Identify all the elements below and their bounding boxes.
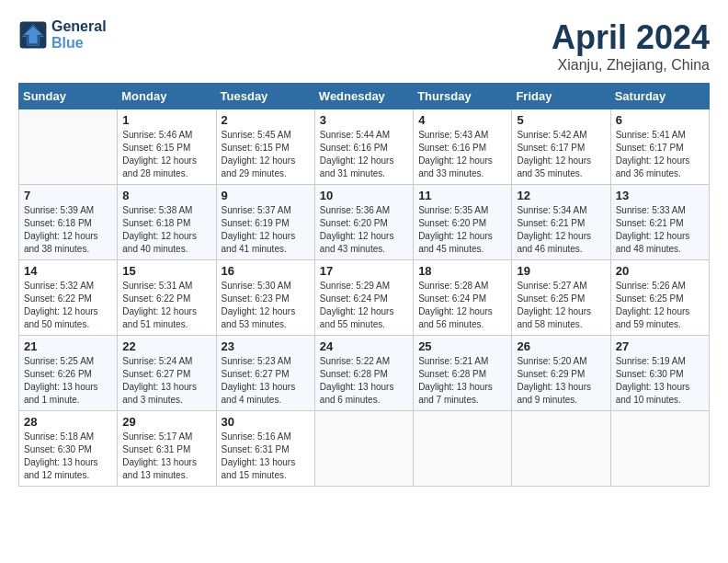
calendar-week-2: 7Sunrise: 5:39 AMSunset: 6:18 PMDaylight… — [19, 185, 710, 260]
calendar-cell: 21Sunrise: 5:25 AMSunset: 6:26 PMDayligh… — [19, 336, 118, 411]
day-info: Sunrise: 5:16 AMSunset: 6:31 PMDaylight:… — [222, 431, 310, 482]
day-info: Sunrise: 5:27 AMSunset: 6:25 PMDaylight:… — [517, 280, 605, 331]
day-info: Sunrise: 5:25 AMSunset: 6:26 PMDaylight:… — [24, 355, 112, 407]
calendar-cell: 18Sunrise: 5:28 AMSunset: 6:24 PMDayligh… — [414, 260, 512, 336]
calendar-cell — [512, 411, 610, 487]
weekday-monday: Monday — [118, 84, 216, 109]
day-info: Sunrise: 5:18 AMSunset: 6:30 PMDaylight:… — [24, 431, 112, 482]
day-number: 5 — [517, 113, 605, 127]
day-info: Sunrise: 5:37 AMSunset: 6:19 PMDaylight:… — [222, 204, 310, 256]
day-number: 18 — [418, 264, 506, 278]
calendar-table: SundayMondayTuesdayWednesdayThursdayFrid… — [18, 83, 710, 487]
month-title: April 2024 — [552, 18, 710, 57]
day-info: Sunrise: 5:31 AMSunset: 6:22 PMDaylight:… — [122, 280, 210, 331]
calendar-cell: 26Sunrise: 5:20 AMSunset: 6:29 PMDayligh… — [512, 336, 610, 411]
calendar-cell: 10Sunrise: 5:36 AMSunset: 6:20 PMDayligh… — [314, 185, 413, 260]
calendar-cell: 17Sunrise: 5:29 AMSunset: 6:24 PMDayligh… — [314, 260, 413, 336]
day-number: 30 — [222, 415, 310, 429]
calendar-cell — [414, 411, 512, 487]
calendar-cell — [610, 411, 709, 487]
day-number: 2 — [222, 113, 310, 127]
day-number: 12 — [517, 189, 605, 202]
calendar-body: 1Sunrise: 5:46 AMSunset: 6:15 PMDaylight… — [19, 109, 710, 487]
calendar-cell: 13Sunrise: 5:33 AMSunset: 6:21 PMDayligh… — [610, 185, 709, 260]
calendar-cell: 28Sunrise: 5:18 AMSunset: 6:30 PMDayligh… — [19, 411, 118, 487]
calendar-cell: 6Sunrise: 5:41 AMSunset: 6:17 PMDaylight… — [610, 109, 709, 185]
calendar-cell: 12Sunrise: 5:34 AMSunset: 6:21 PMDayligh… — [512, 185, 610, 260]
calendar-week-1: 1Sunrise: 5:46 AMSunset: 6:15 PMDaylight… — [19, 109, 710, 185]
day-number: 6 — [616, 113, 704, 127]
logo: General Blue — [18, 18, 107, 52]
day-info: Sunrise: 5:30 AMSunset: 6:23 PMDaylight:… — [222, 280, 310, 331]
day-info: Sunrise: 5:33 AMSunset: 6:21 PMDaylight:… — [616, 204, 704, 256]
day-number: 3 — [320, 113, 408, 127]
title-block: April 2024 Xianju, Zhejiang, China — [552, 18, 710, 74]
day-number: 21 — [24, 339, 112, 353]
logo-icon — [18, 20, 48, 50]
calendar-cell: 16Sunrise: 5:30 AMSunset: 6:23 PMDayligh… — [216, 260, 314, 336]
day-number: 16 — [222, 264, 310, 278]
calendar-cell: 22Sunrise: 5:24 AMSunset: 6:27 PMDayligh… — [118, 336, 216, 411]
day-number: 22 — [122, 339, 210, 353]
day-number: 28 — [24, 415, 112, 429]
weekday-sunday: Sunday — [19, 84, 118, 109]
weekday-wednesday: Wednesday — [314, 84, 413, 109]
location-title: Xianju, Zhejiang, China — [552, 57, 710, 74]
day-info: Sunrise: 5:24 AMSunset: 6:27 PMDaylight:… — [122, 355, 210, 407]
day-info: Sunrise: 5:17 AMSunset: 6:31 PMDaylight:… — [122, 431, 210, 482]
day-number: 24 — [320, 339, 408, 353]
day-info: Sunrise: 5:19 AMSunset: 6:30 PMDaylight:… — [616, 355, 704, 407]
page-header: General Blue April 2024 Xianju, Zhejiang… — [18, 18, 710, 74]
day-number: 20 — [616, 264, 704, 278]
weekday-tuesday: Tuesday — [216, 84, 314, 109]
calendar-cell: 7Sunrise: 5:39 AMSunset: 6:18 PMDaylight… — [19, 185, 118, 260]
weekday-friday: Friday — [512, 84, 610, 109]
calendar-cell: 5Sunrise: 5:42 AMSunset: 6:17 PMDaylight… — [512, 109, 610, 185]
calendar-cell: 3Sunrise: 5:44 AMSunset: 6:16 PMDaylight… — [314, 109, 413, 185]
calendar-cell — [314, 411, 413, 487]
day-info: Sunrise: 5:44 AMSunset: 6:16 PMDaylight:… — [320, 129, 408, 180]
calendar-week-5: 28Sunrise: 5:18 AMSunset: 6:30 PMDayligh… — [19, 411, 710, 487]
calendar-cell: 25Sunrise: 5:21 AMSunset: 6:28 PMDayligh… — [414, 336, 512, 411]
day-info: Sunrise: 5:29 AMSunset: 6:24 PMDaylight:… — [320, 280, 408, 331]
calendar-cell: 2Sunrise: 5:45 AMSunset: 6:15 PMDaylight… — [216, 109, 314, 185]
day-number: 4 — [418, 113, 506, 127]
day-number: 7 — [24, 189, 112, 202]
day-info: Sunrise: 5:39 AMSunset: 6:18 PMDaylight:… — [24, 204, 112, 256]
day-number: 13 — [616, 189, 704, 202]
calendar-cell: 15Sunrise: 5:31 AMSunset: 6:22 PMDayligh… — [118, 260, 216, 336]
weekday-saturday: Saturday — [610, 84, 709, 109]
day-info: Sunrise: 5:42 AMSunset: 6:17 PMDaylight:… — [517, 129, 605, 180]
day-number: 19 — [517, 264, 605, 278]
logo-text: General Blue — [51, 18, 107, 52]
calendar-cell: 11Sunrise: 5:35 AMSunset: 6:20 PMDayligh… — [414, 185, 512, 260]
day-number: 29 — [122, 415, 210, 429]
day-number: 14 — [24, 264, 112, 278]
day-info: Sunrise: 5:35 AMSunset: 6:20 PMDaylight:… — [418, 204, 506, 256]
day-number: 11 — [418, 189, 506, 202]
calendar-cell: 19Sunrise: 5:27 AMSunset: 6:25 PMDayligh… — [512, 260, 610, 336]
day-number: 1 — [122, 113, 210, 127]
day-info: Sunrise: 5:38 AMSunset: 6:18 PMDaylight:… — [122, 204, 210, 256]
day-info: Sunrise: 5:28 AMSunset: 6:24 PMDaylight:… — [418, 280, 506, 331]
day-info: Sunrise: 5:26 AMSunset: 6:25 PMDaylight:… — [616, 280, 704, 331]
day-info: Sunrise: 5:45 AMSunset: 6:15 PMDaylight:… — [222, 129, 310, 180]
day-info: Sunrise: 5:23 AMSunset: 6:27 PMDaylight:… — [222, 355, 310, 407]
calendar-cell: 9Sunrise: 5:37 AMSunset: 6:19 PMDaylight… — [216, 185, 314, 260]
calendar-week-4: 21Sunrise: 5:25 AMSunset: 6:26 PMDayligh… — [19, 336, 710, 411]
day-number: 10 — [320, 189, 408, 202]
calendar-cell: 20Sunrise: 5:26 AMSunset: 6:25 PMDayligh… — [610, 260, 709, 336]
calendar-cell: 29Sunrise: 5:17 AMSunset: 6:31 PMDayligh… — [118, 411, 216, 487]
day-info: Sunrise: 5:34 AMSunset: 6:21 PMDaylight:… — [517, 204, 605, 256]
calendar-cell: 30Sunrise: 5:16 AMSunset: 6:31 PMDayligh… — [216, 411, 314, 487]
day-number: 15 — [122, 264, 210, 278]
day-info: Sunrise: 5:36 AMSunset: 6:20 PMDaylight:… — [320, 204, 408, 256]
day-info: Sunrise: 5:21 AMSunset: 6:28 PMDaylight:… — [418, 355, 506, 407]
day-number: 8 — [122, 189, 210, 202]
day-number: 27 — [616, 339, 704, 353]
calendar-cell: 14Sunrise: 5:32 AMSunset: 6:22 PMDayligh… — [19, 260, 118, 336]
day-number: 23 — [222, 339, 310, 353]
calendar-cell: 1Sunrise: 5:46 AMSunset: 6:15 PMDaylight… — [118, 109, 216, 185]
calendar-cell: 8Sunrise: 5:38 AMSunset: 6:18 PMDaylight… — [118, 185, 216, 260]
day-info: Sunrise: 5:46 AMSunset: 6:15 PMDaylight:… — [122, 129, 210, 180]
